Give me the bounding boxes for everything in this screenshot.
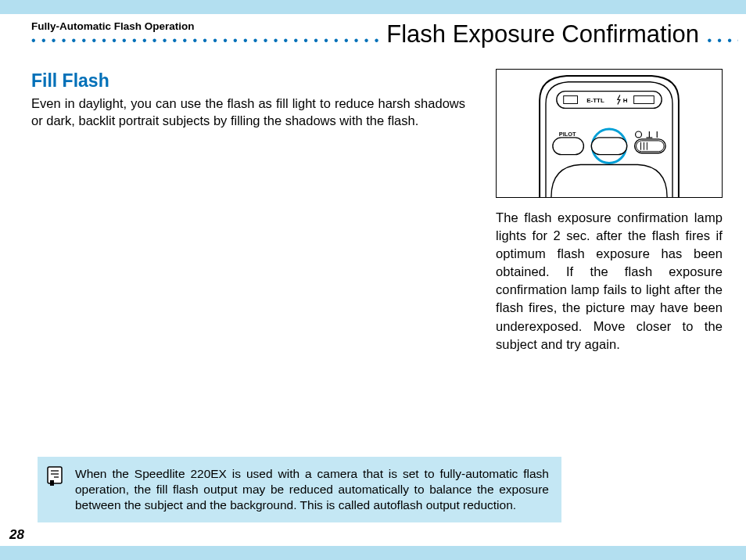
bottom-edge-bar — [0, 546, 746, 560]
flash-back-panel-illustration: E-TTL H PILOT — [497, 70, 722, 197]
flash-diagram: E-TTL H PILOT — [496, 69, 723, 198]
svg-rect-0 — [557, 92, 662, 109]
section-heading: Fill Flash — [31, 70, 465, 92]
left-column: Fill Flash Even in daylight, you can use… — [31, 70, 465, 130]
ettl-label: E-TTL — [586, 97, 604, 104]
confirmation-lamp — [591, 138, 626, 155]
note-callout: When the Speedlite 220EX is used with a … — [38, 457, 561, 522]
section-body: Even in daylight, you can use the flash … — [31, 95, 465, 130]
note-icon — [45, 466, 66, 486]
svg-rect-10 — [48, 467, 62, 483]
svg-rect-6 — [637, 141, 665, 152]
top-edge-bar — [0, 0, 746, 14]
pilot-label: PILOT — [559, 131, 576, 138]
page-number: 28 — [9, 527, 24, 543]
note-text: When the Speedlite 220EX is used with a … — [75, 466, 549, 513]
breadcrumb: Fully-Automatic Flash Operation — [31, 20, 195, 32]
page-title: Flash Exposure Confirmation — [383, 20, 702, 48]
pilot-button — [553, 138, 584, 155]
right-column: E-TTL H PILOT The flash exposur — [496, 69, 723, 354]
h-label: H — [623, 97, 628, 104]
right-body-text: The flash exposure confirmation lamp lig… — [496, 209, 723, 354]
svg-rect-14 — [50, 480, 54, 486]
